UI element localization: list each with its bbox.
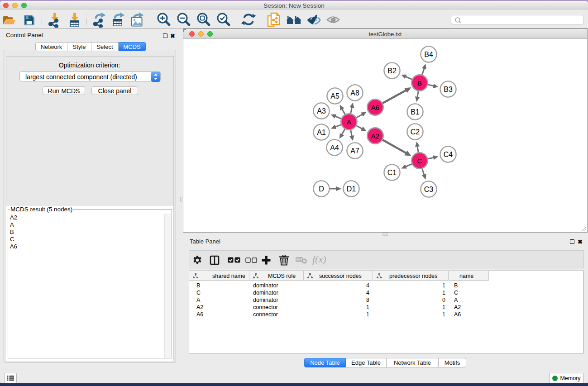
svg-text:C1: C1 xyxy=(387,169,397,176)
svg-text:A5: A5 xyxy=(330,92,339,100)
svg-text:A2: A2 xyxy=(371,132,379,140)
svg-text:A4: A4 xyxy=(330,144,339,152)
svg-text:A: A xyxy=(347,118,351,126)
svg-text:B4: B4 xyxy=(424,51,433,58)
svg-text:A3: A3 xyxy=(317,107,326,115)
svg-text:A1: A1 xyxy=(317,129,326,136)
svg-text:B: B xyxy=(417,79,422,87)
svg-text:C3: C3 xyxy=(424,186,434,193)
svg-text:D1: D1 xyxy=(347,185,356,193)
svg-text:B1: B1 xyxy=(411,108,420,116)
svg-text:D: D xyxy=(319,185,324,193)
svg-text:A6: A6 xyxy=(371,104,379,111)
svg-text:B2: B2 xyxy=(387,67,397,75)
svg-text:B3: B3 xyxy=(444,86,453,93)
svg-text:C4: C4 xyxy=(444,151,453,158)
svg-text:A8: A8 xyxy=(350,89,359,97)
svg-text:C2: C2 xyxy=(411,128,420,136)
svg-text:C: C xyxy=(417,157,422,165)
svg-text:A7: A7 xyxy=(350,147,359,155)
